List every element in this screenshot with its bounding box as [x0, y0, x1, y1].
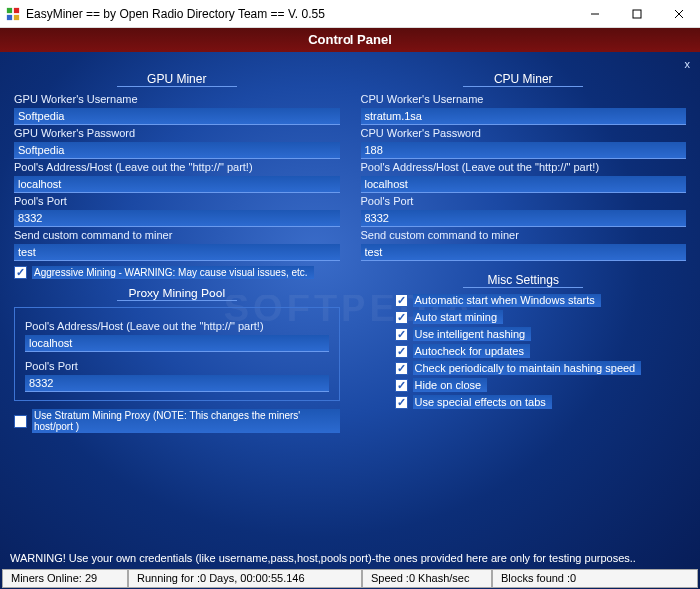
cpu-pass-input[interactable]	[361, 142, 687, 159]
svg-rect-3	[14, 14, 19, 19]
misc-autostart-windows-label: Automatic start when Windows starts	[413, 294, 601, 307]
gpu-port-label: Pool's Port	[14, 195, 340, 207]
gpu-host-input[interactable]	[14, 176, 340, 193]
window-title: EasyMiner == by Open Radio Directory Tea…	[26, 7, 574, 21]
misc-hide-on-close-checkbox[interactable]	[395, 379, 408, 392]
misc-intelligent-hashing-label: Use intelligent hashing	[413, 327, 532, 341]
close-button[interactable]	[658, 0, 700, 28]
status-blocks-found: Blocks found :0	[492, 569, 698, 588]
svg-rect-5	[633, 10, 641, 18]
gpu-host-label: Pool's Address/Host (Leave out the "http…	[14, 161, 340, 173]
misc-autocheck-updates-checkbox[interactable]	[395, 345, 408, 358]
misc-special-effects-checkbox[interactable]	[395, 396, 408, 409]
cpu-host-input[interactable]	[361, 176, 687, 193]
window-titlebar: EasyMiner == by Open Radio Directory Tea…	[0, 0, 700, 28]
cpu-cmd-label: Send custom command to miner	[361, 229, 687, 241]
warning-text: WARNING! Use your own credentials (like …	[0, 549, 700, 567]
minimize-button[interactable]	[574, 0, 616, 28]
proxy-port-label: Pool's Port	[25, 360, 329, 372]
app-icon	[6, 7, 20, 21]
cpu-port-input[interactable]	[361, 210, 687, 227]
proxy-section-header: Proxy Mining Pool	[117, 285, 237, 301]
status-miners-online: Miners Online: 29	[2, 569, 128, 588]
aggressive-mining-checkbox[interactable]	[14, 266, 27, 279]
cpu-user-label: CPU Worker's Username	[361, 93, 687, 105]
cpu-port-label: Pool's Port	[361, 195, 687, 207]
gpu-pass-input[interactable]	[14, 142, 340, 159]
use-stratum-label: Use Stratum Mining Proxy (NOTE: This cha…	[32, 409, 340, 433]
aggressive-mining-label: Aggressive Mining - WARNING: May cause v…	[32, 266, 314, 279]
svg-rect-2	[7, 14, 12, 19]
misc-special-effects-label: Use special effects on tabs	[413, 395, 552, 409]
gpu-cmd-input[interactable]	[14, 244, 340, 261]
proxy-port-input[interactable]	[25, 375, 329, 392]
svg-rect-0	[7, 7, 12, 12]
misc-section-header: Misc Settings	[463, 271, 583, 288]
status-bar: Miners Online: 29 Running for :0 Days, 0…	[2, 569, 698, 588]
cpu-pass-label: CPU Worker's Password	[361, 127, 687, 139]
misc-autocheck-updates-label: Autocheck for updates	[413, 344, 530, 358]
misc-hide-on-close-label: Hide on close	[413, 378, 488, 392]
svg-rect-1	[14, 7, 19, 12]
misc-check-periodically-label: Check periodically to maintain hashing s…	[413, 361, 642, 375]
gpu-user-label: GPU Worker's Username	[14, 93, 340, 105]
misc-check-periodically-checkbox[interactable]	[395, 362, 408, 375]
misc-intelligent-hashing-checkbox[interactable]	[395, 328, 408, 341]
maximize-button[interactable]	[616, 0, 658, 28]
cpu-section-header: CPU Miner	[463, 70, 583, 87]
gpu-user-input[interactable]	[14, 108, 340, 125]
status-running-for: Running for :0 Days, 00:00:55.146	[128, 569, 362, 588]
misc-autostart-windows-checkbox[interactable]	[395, 294, 408, 307]
cpu-cmd-input[interactable]	[361, 244, 687, 261]
panel-title: Control Panel	[0, 28, 700, 52]
misc-autostart-mining-checkbox[interactable]	[395, 311, 408, 324]
proxy-box: Pool's Address/Host (Leave out the "http…	[14, 307, 340, 401]
proxy-host-label: Pool's Address/Host (Leave out the "http…	[25, 320, 329, 332]
gpu-pass-label: GPU Worker's Password	[14, 127, 340, 139]
use-stratum-checkbox[interactable]	[14, 415, 27, 428]
cpu-user-input[interactable]	[361, 108, 687, 125]
cpu-host-label: Pool's Address/Host (Leave out the "http…	[361, 161, 687, 173]
gpu-port-input[interactable]	[14, 210, 340, 227]
gpu-cmd-label: Send custom command to miner	[14, 229, 340, 241]
gpu-section-header: GPU Miner	[117, 70, 237, 87]
misc-autostart-mining-label: Auto start mining	[413, 310, 504, 324]
status-speed: Speed :0 Khash/sec	[362, 569, 492, 588]
proxy-host-input[interactable]	[25, 335, 329, 352]
